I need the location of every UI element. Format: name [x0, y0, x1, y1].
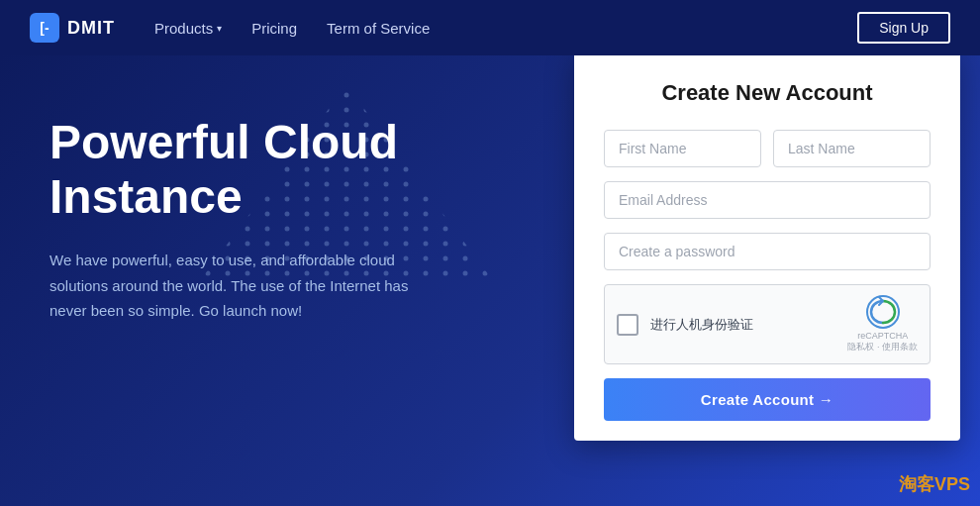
navbar: [- DMIT Products ▾ Pricing Term of Servi… — [0, 0, 980, 55]
recaptcha-logo-area: reCAPTCHA 隐私权 · 使用条款 — [847, 295, 918, 354]
recaptcha-checkbox[interactable] — [617, 314, 638, 336]
signup-button[interactable]: Sign Up — [857, 12, 950, 44]
chevron-down-icon: ▾ — [217, 23, 222, 34]
registration-form: Create New Account 进行人机身份验证 reCAPTCHA 隐私… — [574, 55, 960, 441]
first-name-input[interactable] — [604, 130, 761, 167]
nav-pricing[interactable]: Pricing — [251, 20, 297, 37]
email-input[interactable] — [604, 181, 931, 219]
logo-text: DMIT — [67, 18, 115, 39]
create-account-button[interactable]: Create Account → — [604, 378, 931, 421]
logo-area[interactable]: [- DMIT — [30, 13, 115, 43]
last-name-input[interactable] — [773, 130, 931, 167]
password-input[interactable] — [604, 233, 931, 270]
nav-tos[interactable]: Term of Service — [327, 20, 430, 37]
recaptcha-widget[interactable]: 进行人机身份验证 reCAPTCHA 隐私权 · 使用条款 — [604, 284, 931, 364]
recaptcha-logo-icon — [866, 295, 900, 329]
hero-title: Powerful Cloud Instance — [49, 115, 515, 224]
form-title: Create New Account — [604, 80, 931, 106]
hero-left: Powerful Cloud Instance We have powerful… — [0, 55, 554, 506]
recaptcha-brand: reCAPTCHA — [857, 331, 908, 341]
logo-icon: [- — [30, 13, 59, 43]
name-row — [604, 130, 931, 167]
nav-links: Products ▾ Pricing Term of Service — [154, 20, 857, 37]
hero-subtitle: We have powerful, easy to use, and affor… — [49, 248, 426, 324]
watermark: 淘客VPS — [899, 472, 970, 496]
recaptcha-subtext: 隐私权 · 使用条款 — [847, 341, 918, 354]
nav-products[interactable]: Products ▾ — [154, 20, 222, 37]
recaptcha-label: 进行人机身份验证 — [650, 316, 837, 334]
hero-section: /* dots generated inline below */ — [0, 55, 980, 506]
navbar-right: Sign Up — [857, 12, 950, 44]
